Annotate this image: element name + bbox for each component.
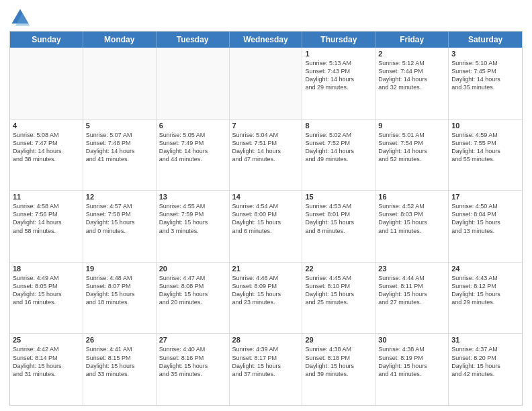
day-number: 9 (378, 122, 445, 130)
cal-cell: 8Sunrise: 5:02 AM Sunset: 7:52 PM Daylig… (302, 120, 375, 191)
cell-info: Sunrise: 4:52 AM Sunset: 8:03 PM Dayligh… (378, 202, 445, 235)
cal-cell: 16Sunrise: 4:52 AM Sunset: 8:03 PM Dayli… (375, 191, 449, 262)
cell-info: Sunrise: 4:54 AM Sunset: 8:00 PM Dayligh… (232, 202, 300, 235)
day-number: 5 (86, 122, 153, 130)
cell-info: Sunrise: 4:42 AM Sunset: 8:14 PM Dayligh… (13, 345, 80, 378)
day-number: 19 (86, 265, 153, 273)
cal-cell: 21Sunrise: 4:46 AM Sunset: 8:09 PM Dayli… (230, 263, 303, 334)
day-number: 12 (86, 193, 153, 201)
day-number: 7 (232, 122, 300, 130)
cal-header-saturday: Saturday (449, 32, 522, 48)
cal-cell: 30Sunrise: 4:38 AM Sunset: 8:19 PM Dayli… (375, 334, 449, 405)
day-number: 15 (305, 193, 372, 201)
page: SundayMondayTuesdayWednesdayThursdayFrid… (0, 0, 532, 411)
cal-cell: 1Sunrise: 5:13 AM Sunset: 7:43 PM Daylig… (302, 48, 375, 119)
cal-cell: 23Sunrise: 4:44 AM Sunset: 8:11 PM Dayli… (375, 263, 449, 334)
cell-info: Sunrise: 4:39 AM Sunset: 8:17 PM Dayligh… (232, 345, 300, 378)
cal-cell: 24Sunrise: 4:43 AM Sunset: 8:12 PM Dayli… (449, 263, 522, 334)
logo (9, 7, 34, 28)
cell-info: Sunrise: 5:05 AM Sunset: 7:49 PM Dayligh… (159, 131, 226, 164)
day-number: 1 (305, 50, 372, 58)
cell-info: Sunrise: 4:41 AM Sunset: 8:15 PM Dayligh… (86, 345, 153, 378)
cal-week-4: 18Sunrise: 4:49 AM Sunset: 8:05 PM Dayli… (10, 262, 522, 334)
cal-header-friday: Friday (375, 32, 449, 48)
cell-info: Sunrise: 4:57 AM Sunset: 7:58 PM Dayligh… (86, 202, 153, 235)
day-number: 23 (378, 265, 445, 273)
cal-cell: 2Sunrise: 5:12 AM Sunset: 7:44 PM Daylig… (375, 48, 449, 119)
day-number: 27 (159, 336, 226, 344)
day-number: 13 (159, 193, 226, 201)
cal-cell: 22Sunrise: 4:45 AM Sunset: 8:10 PM Dayli… (302, 263, 375, 334)
cal-cell: 5Sunrise: 5:07 AM Sunset: 7:48 PM Daylig… (83, 120, 157, 191)
calendar: SundayMondayTuesdayWednesdayThursdayFrid… (9, 31, 523, 406)
calendar-header-row: SundayMondayTuesdayWednesdayThursdayFrid… (10, 32, 522, 48)
cell-info: Sunrise: 4:45 AM Sunset: 8:10 PM Dayligh… (305, 274, 372, 307)
cal-cell: 6Sunrise: 5:05 AM Sunset: 7:49 PM Daylig… (157, 120, 230, 191)
cell-info: Sunrise: 4:53 AM Sunset: 8:01 PM Dayligh… (305, 202, 372, 235)
cal-cell: 29Sunrise: 4:38 AM Sunset: 8:18 PM Dayli… (302, 334, 375, 405)
cell-info: Sunrise: 4:48 AM Sunset: 8:07 PM Dayligh… (86, 274, 153, 307)
cal-header-wednesday: Wednesday (230, 32, 303, 48)
cal-week-3: 11Sunrise: 4:58 AM Sunset: 7:56 PM Dayli… (10, 190, 522, 262)
cell-info: Sunrise: 4:55 AM Sunset: 7:59 PM Dayligh… (159, 202, 226, 235)
cell-info: Sunrise: 4:46 AM Sunset: 8:09 PM Dayligh… (232, 274, 300, 307)
day-number: 22 (305, 265, 372, 273)
day-number: 10 (451, 122, 519, 130)
day-number: 25 (13, 336, 80, 344)
cal-cell: 15Sunrise: 4:53 AM Sunset: 8:01 PM Dayli… (302, 191, 375, 262)
cell-info: Sunrise: 4:38 AM Sunset: 8:19 PM Dayligh… (378, 345, 445, 378)
cal-cell: 26Sunrise: 4:41 AM Sunset: 8:15 PM Dayli… (83, 334, 157, 405)
cell-info: Sunrise: 4:59 AM Sunset: 7:55 PM Dayligh… (451, 131, 519, 164)
cell-info: Sunrise: 4:40 AM Sunset: 8:16 PM Dayligh… (159, 345, 226, 378)
day-number: 31 (451, 336, 519, 344)
cell-info: Sunrise: 5:10 AM Sunset: 7:45 PM Dayligh… (451, 59, 519, 92)
cal-cell: 27Sunrise: 4:40 AM Sunset: 8:16 PM Dayli… (157, 334, 230, 405)
day-number: 24 (451, 265, 519, 273)
cal-header-monday: Monday (83, 32, 157, 48)
day-number: 21 (232, 265, 300, 273)
day-number: 4 (13, 122, 80, 130)
cal-cell: 12Sunrise: 4:57 AM Sunset: 7:58 PM Dayli… (83, 191, 157, 262)
day-number: 14 (232, 193, 300, 201)
day-number: 28 (232, 336, 300, 344)
day-number: 8 (305, 122, 372, 130)
cell-info: Sunrise: 4:58 AM Sunset: 7:56 PM Dayligh… (13, 202, 80, 235)
cal-header-sunday: Sunday (10, 32, 83, 48)
day-number: 2 (378, 50, 445, 58)
cell-info: Sunrise: 4:47 AM Sunset: 8:08 PM Dayligh… (159, 274, 226, 307)
day-number: 6 (159, 122, 226, 130)
calendar-body: 1Sunrise: 5:13 AM Sunset: 7:43 PM Daylig… (10, 48, 522, 405)
day-number: 18 (13, 265, 80, 273)
cal-cell: 17Sunrise: 4:50 AM Sunset: 8:04 PM Dayli… (449, 191, 522, 262)
day-number: 17 (451, 193, 519, 201)
day-number: 11 (13, 193, 80, 201)
cell-info: Sunrise: 4:50 AM Sunset: 8:04 PM Dayligh… (451, 202, 519, 235)
cal-cell: 31Sunrise: 4:37 AM Sunset: 8:20 PM Dayli… (449, 334, 522, 405)
cell-info: Sunrise: 4:43 AM Sunset: 8:12 PM Dayligh… (451, 274, 519, 307)
cell-info: Sunrise: 5:12 AM Sunset: 7:44 PM Dayligh… (378, 59, 445, 92)
cell-info: Sunrise: 4:44 AM Sunset: 8:11 PM Dayligh… (378, 274, 445, 307)
day-number: 29 (305, 336, 372, 344)
cal-week-5: 25Sunrise: 4:42 AM Sunset: 8:14 PM Dayli… (10, 333, 522, 405)
cell-info: Sunrise: 4:49 AM Sunset: 8:05 PM Dayligh… (13, 274, 80, 307)
cal-header-thursday: Thursday (302, 32, 375, 48)
cal-cell: 14Sunrise: 4:54 AM Sunset: 8:00 PM Dayli… (230, 191, 303, 262)
cell-info: Sunrise: 5:08 AM Sunset: 7:47 PM Dayligh… (13, 131, 80, 164)
cell-info: Sunrise: 5:01 AM Sunset: 7:54 PM Dayligh… (378, 131, 445, 164)
cell-info: Sunrise: 5:02 AM Sunset: 7:52 PM Dayligh… (305, 131, 372, 164)
cal-cell (230, 48, 303, 119)
cal-cell (157, 48, 230, 119)
cal-cell: 7Sunrise: 5:04 AM Sunset: 7:51 PM Daylig… (230, 120, 303, 191)
cal-cell: 20Sunrise: 4:47 AM Sunset: 8:08 PM Dayli… (157, 263, 230, 334)
cal-cell (10, 48, 83, 119)
cal-cell: 11Sunrise: 4:58 AM Sunset: 7:56 PM Dayli… (10, 191, 83, 262)
cal-cell: 10Sunrise: 4:59 AM Sunset: 7:55 PM Dayli… (449, 120, 522, 191)
day-number: 20 (159, 265, 226, 273)
cell-info: Sunrise: 4:38 AM Sunset: 8:18 PM Dayligh… (305, 345, 372, 378)
cal-header-tuesday: Tuesday (157, 32, 230, 48)
cal-cell: 18Sunrise: 4:49 AM Sunset: 8:05 PM Dayli… (10, 263, 83, 334)
cal-week-1: 1Sunrise: 5:13 AM Sunset: 7:43 PM Daylig… (10, 48, 522, 119)
day-number: 3 (451, 50, 519, 58)
header (9, 7, 523, 28)
cell-info: Sunrise: 4:37 AM Sunset: 8:20 PM Dayligh… (451, 345, 519, 378)
